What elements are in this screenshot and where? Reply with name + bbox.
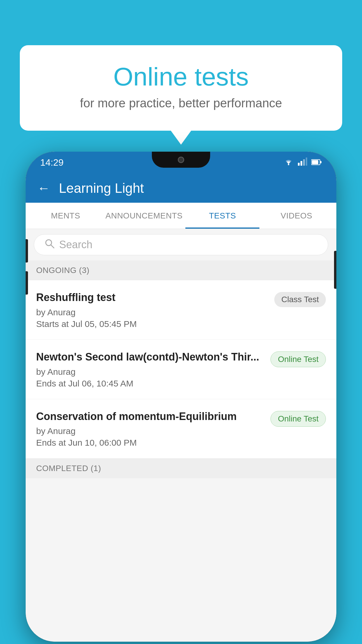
side-button-volume-down — [26, 271, 28, 295]
test-time-1: Starts at Jul 05, 05:45 PM — [36, 319, 268, 329]
phone-content: Search ONGOING (3) Reshuffling test by A… — [26, 229, 336, 642]
tab-announcements[interactable]: ANNOUNCEMENTS — [103, 203, 186, 229]
test-author-3: by Anurag — [36, 426, 265, 436]
signal-icon — [298, 158, 307, 168]
status-bar: 14:29 — [26, 152, 336, 174]
status-time: 14:29 — [40, 157, 64, 168]
svg-line-9 — [51, 245, 54, 248]
search-placeholder: Search — [59, 239, 92, 251]
tabs-bar: MENTS ANNOUNCEMENTS TESTS VIDEOS — [26, 203, 336, 229]
test-info-2: Newton's Second law(contd)-Newton's Thir… — [36, 350, 265, 388]
bubble-title: Online tests — [43, 63, 319, 91]
test-author-1: by Anurag — [36, 307, 268, 317]
completed-section-header: COMPLETED (1) — [26, 459, 336, 478]
bubble-subtitle: for more practice, better performance — [43, 96, 319, 110]
svg-rect-2 — [301, 161, 302, 166]
phone-notch — [152, 152, 210, 168]
tests-list: Reshuffling test by Anurag Starts at Jul… — [26, 280, 336, 478]
test-name-1: Reshuffling test — [36, 291, 268, 304]
tab-videos[interactable]: VIDEOS — [259, 203, 333, 229]
speech-bubble: Online tests for more practice, better p… — [20, 45, 342, 131]
test-name-3: Conservation of momentum-Equilibrium — [36, 410, 265, 424]
svg-rect-7 — [320, 161, 321, 163]
wifi-icon — [283, 158, 294, 168]
svg-point-0 — [288, 164, 289, 165]
notch-camera — [178, 157, 184, 163]
test-author-2: by Anurag — [36, 367, 265, 377]
test-time-3: Ends at Jun 10, 06:00 PM — [36, 438, 265, 448]
side-button-volume-up — [26, 239, 28, 262]
side-buttons-left — [26, 239, 28, 295]
ongoing-label: ONGOING (3) — [36, 266, 89, 275]
search-container: Search — [26, 229, 336, 260]
test-badge-1: Class Test — [274, 292, 326, 307]
test-name-2: Newton's Second law(contd)-Newton's Thir… — [36, 350, 265, 364]
app-title: Learning Light — [59, 180, 144, 196]
completed-label: COMPLETED (1) — [36, 464, 101, 473]
test-info-1: Reshuffling test by Anurag Starts at Jul… — [36, 291, 268, 329]
battery-icon — [311, 158, 322, 167]
test-badge-3: Online Test — [270, 411, 326, 427]
search-bar[interactable]: Search — [34, 234, 328, 255]
tab-ments[interactable]: MENTS — [29, 203, 103, 229]
side-button-power — [334, 251, 336, 289]
status-icons — [283, 158, 322, 168]
svg-rect-3 — [303, 159, 305, 166]
test-badge-2: Online Test — [270, 351, 326, 367]
svg-rect-6 — [312, 160, 318, 164]
svg-rect-1 — [298, 163, 300, 166]
svg-rect-4 — [306, 158, 307, 166]
phone-inner: 14:29 — [26, 152, 336, 642]
ongoing-section-header: ONGOING (3) — [26, 260, 336, 280]
test-item-1[interactable]: Reshuffling test by Anurag Starts at Jul… — [26, 280, 336, 340]
test-item-2[interactable]: Newton's Second law(contd)-Newton's Thir… — [26, 340, 336, 399]
test-time-2: Ends at Jul 06, 10:45 AM — [36, 379, 265, 388]
back-button[interactable]: ← — [37, 181, 50, 195]
app-header: ← Learning Light — [26, 174, 336, 203]
phone-frame: 14:29 — [26, 152, 336, 642]
speech-bubble-wrapper: Online tests for more practice, better p… — [20, 45, 342, 131]
tab-tests[interactable]: TESTS — [185, 203, 259, 229]
search-icon — [45, 239, 55, 251]
test-info-3: Conservation of momentum-Equilibrium by … — [36, 410, 265, 448]
side-buttons-right — [334, 251, 336, 289]
test-item-3[interactable]: Conservation of momentum-Equilibrium by … — [26, 399, 336, 459]
